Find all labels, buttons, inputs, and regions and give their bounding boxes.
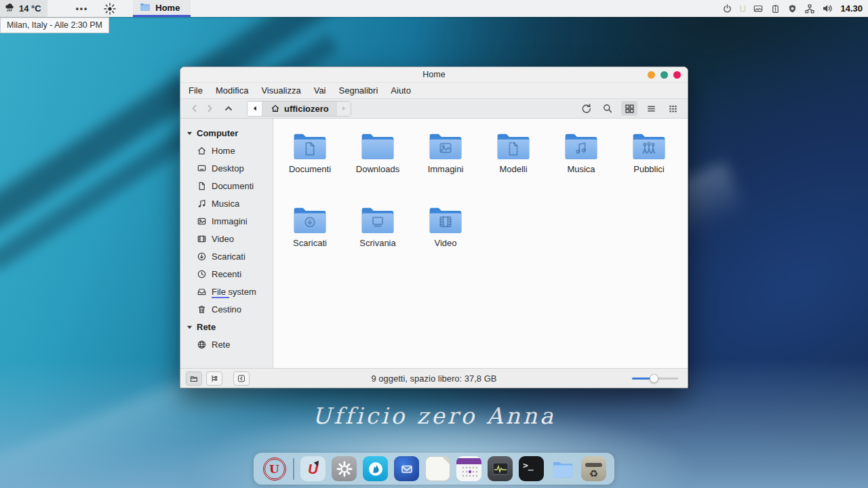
system-monitor-icon[interactable] <box>488 456 513 481</box>
trash-icon <box>197 304 207 314</box>
sidebar-item-home[interactable]: Home <box>180 142 273 159</box>
sidebar-section-rete[interactable]: Rete <box>180 318 273 336</box>
security-shield-icon[interactable] <box>787 3 797 14</box>
menu-vai[interactable]: Vai <box>314 85 326 96</box>
chevron-down-icon <box>186 324 193 330</box>
menu-segnalibri[interactable]: Segnalibri <box>339 85 378 96</box>
toggle-tree-button[interactable] <box>206 371 222 386</box>
file-item-immagini[interactable]: Immagini <box>412 125 479 198</box>
section-label: Computer <box>197 128 238 138</box>
calendar-icon[interactable] <box>456 456 481 481</box>
file-item-modelli[interactable]: Modelli <box>479 125 547 198</box>
back-button[interactable] <box>187 101 202 116</box>
brightness-icon[interactable] <box>103 0 117 17</box>
mail-icon[interactable] <box>394 456 419 481</box>
file-item-downloads[interactable]: Downloads <box>344 125 412 198</box>
maximize-button[interactable] <box>660 71 668 79</box>
file-item-scaricati[interactable]: Scaricati <box>276 199 344 272</box>
menu-visualizza[interactable]: Visualizza <box>261 85 300 96</box>
up-button[interactable] <box>221 101 236 116</box>
path-scroll-right-button[interactable] <box>337 102 351 116</box>
sidebar-item-immagini[interactable]: Immagini <box>180 212 273 230</box>
window-titlebar[interactable]: Home <box>180 67 688 83</box>
file-item-pubblici[interactable]: Pubblici <box>615 125 683 198</box>
folder-icon <box>359 203 397 235</box>
taskbar-item-home[interactable]: Home <box>133 0 191 17</box>
path-segment-home[interactable]: ufficiozero <box>262 102 337 116</box>
sidebar-item-rete[interactable]: Rete <box>180 336 273 353</box>
file-label: Pubblici <box>633 164 665 174</box>
sidebar-item-musica[interactable]: Musica <box>180 195 273 212</box>
mini-folder-icon <box>140 2 151 14</box>
close-button[interactable] <box>673 71 681 79</box>
file-item-documenti[interactable]: Documenti <box>276 125 344 198</box>
uz-tray-icon[interactable]: U <box>739 3 746 14</box>
toggle-places-button[interactable] <box>186 371 202 386</box>
sidebar-section-computer[interactable]: Computer <box>180 124 273 142</box>
sidebar-label: Video <box>212 234 234 244</box>
sidebar-item-scaricati[interactable]: Scaricati <box>180 247 273 265</box>
sidebar-item-documenti[interactable]: Documenti <box>180 177 273 195</box>
panel-overflow-button[interactable]: ••• <box>76 0 89 17</box>
file-label: Scaricati <box>293 238 327 248</box>
menu-aiuto[interactable]: Aiuto <box>391 85 411 96</box>
screenshot-icon[interactable] <box>753 3 764 14</box>
zoom-slider-thumb[interactable] <box>650 374 658 383</box>
collapse-panel-button[interactable] <box>233 371 250 386</box>
power-icon[interactable] <box>722 3 732 14</box>
dock-separator <box>293 458 294 480</box>
clock[interactable]: 14.30 <box>840 3 863 14</box>
menu-file[interactable]: File <box>189 85 203 96</box>
collapse-icon <box>237 374 246 383</box>
sidebar-item-desktop[interactable]: Desktop <box>180 159 273 177</box>
image-icon <box>197 216 207 226</box>
dock: U U >_ ♻ <box>254 453 614 485</box>
list-view-button[interactable] <box>643 101 659 116</box>
search-icon[interactable] <box>599 101 616 116</box>
sidebar-item-recenti[interactable]: Recenti <box>180 265 273 283</box>
weather-temp: 14 °C <box>19 3 41 14</box>
documents-app-icon[interactable] <box>425 456 450 481</box>
refresh-icon[interactable] <box>578 101 594 116</box>
file-item-video[interactable]: Video <box>412 199 479 272</box>
icon-view-button[interactable] <box>621 101 637 116</box>
path-bar: ufficiozero <box>247 101 351 117</box>
chevron-down-icon <box>186 130 193 136</box>
uz-menu-icon[interactable]: U <box>262 456 287 481</box>
settings-icon[interactable] <box>332 456 357 481</box>
volume-icon[interactable] <box>822 3 833 14</box>
folder-icon <box>427 129 465 161</box>
network-icon[interactable] <box>804 3 815 14</box>
files-view[interactable]: Documenti Downloads Immagini Modelli Mus <box>273 119 688 368</box>
folder-icon <box>427 203 465 235</box>
sidebar-label: Musica <box>212 199 239 209</box>
globe-icon <box>197 340 207 350</box>
trash-dock-icon[interactable]: ♻ <box>581 456 606 481</box>
menu-modifica[interactable]: Modifica <box>216 85 248 96</box>
sidebar-item-filesystem[interactable]: File system <box>180 283 273 300</box>
terminal-icon[interactable]: >_ <box>519 456 544 481</box>
minimize-button[interactable] <box>648 71 655 79</box>
folder-icon <box>291 129 329 161</box>
sidebar-item-video[interactable]: Video <box>180 230 273 247</box>
drive-icon <box>197 287 207 297</box>
home-icon <box>197 146 207 156</box>
compact-view-button[interactable] <box>665 101 681 116</box>
sidebar-label: Rete <box>212 340 230 350</box>
file-item-musica[interactable]: Musica <box>547 125 615 198</box>
path-scroll-left-button[interactable] <box>248 102 262 116</box>
browser-icon[interactable] <box>363 456 388 481</box>
file-manager-icon[interactable] <box>550 456 575 481</box>
folder-icon <box>359 129 397 161</box>
weather-widget[interactable]: 14 °C <box>0 0 47 17</box>
zoom-slider[interactable] <box>632 373 678 383</box>
file-label: Immagini <box>428 164 464 174</box>
file-item-scrivania[interactable]: Scrivania <box>344 199 412 272</box>
file-label: Musica <box>567 164 595 174</box>
uz-editor-icon[interactable]: U <box>300 456 326 481</box>
sidebar-item-cestino[interactable]: Cestino <box>180 300 273 318</box>
updates-icon[interactable] <box>770 3 781 14</box>
forward-button[interactable] <box>202 101 217 116</box>
sidebar-label: Home <box>212 146 235 156</box>
file-label: Downloads <box>356 164 399 174</box>
